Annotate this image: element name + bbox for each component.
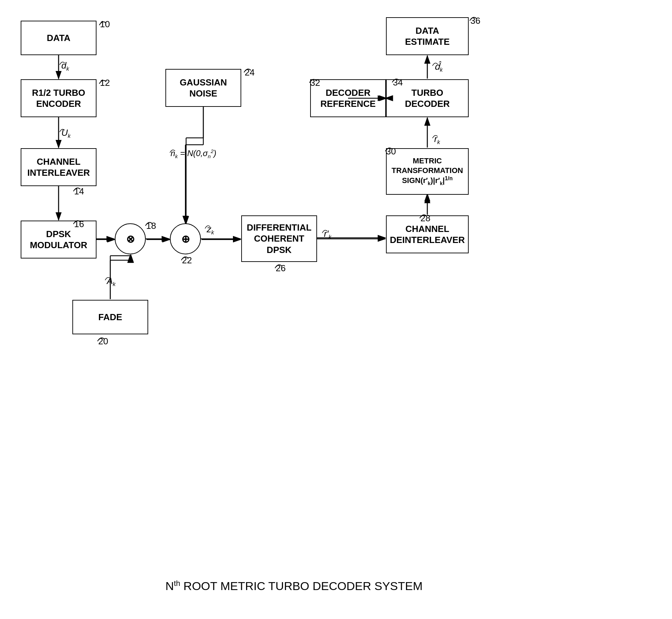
ref-10-curve bbox=[98, 19, 108, 26]
uk-curve bbox=[58, 127, 67, 133]
ak-curve bbox=[103, 275, 112, 281]
data-block: DATA bbox=[21, 21, 96, 55]
dkhat-curve bbox=[431, 61, 439, 67]
data-estimate-block: DATAESTIMATE bbox=[386, 17, 469, 55]
diff-coherent-block: DIFFERENTIALCOHERENTDPSK bbox=[241, 215, 317, 262]
ref-16-curve bbox=[72, 218, 82, 225]
channel-interleaver-block: CHANNELINTERLEAVER bbox=[21, 148, 96, 186]
ref-18-curve bbox=[144, 220, 154, 226]
ref-20-curve bbox=[96, 335, 106, 342]
nk-curve bbox=[168, 148, 177, 154]
zk-curve bbox=[203, 223, 212, 230]
ref-12-curve bbox=[98, 78, 108, 84]
ref-32-curve bbox=[308, 77, 318, 83]
ref-22-curve bbox=[180, 254, 190, 261]
turbo-encoder-block: R1/2 TURBOENCODER bbox=[21, 79, 96, 117]
ref-28-curve bbox=[418, 212, 428, 219]
diagram-container: DATA 10 R1/2 TURBOENCODER 12 CHANNELINTE… bbox=[0, 0, 672, 619]
multiply-circle: ⊗ bbox=[115, 223, 146, 254]
dk-curve bbox=[58, 60, 67, 66]
rk-curve bbox=[431, 133, 439, 139]
rkprime-curve bbox=[320, 228, 329, 234]
label-nk: nk = N(0,σn2) bbox=[171, 148, 216, 159]
ref-26-curve bbox=[273, 262, 284, 269]
metric-transform-block: METRICTRANSFORMATIONSIGN(r′k)|r′k|1/n bbox=[386, 148, 469, 195]
fade-block: FADE bbox=[72, 300, 148, 334]
ref-30-curve bbox=[384, 145, 394, 152]
ref-24-curve bbox=[242, 66, 253, 73]
dpsk-modulator-block: DPSKMODULATOR bbox=[21, 221, 96, 258]
ref-34-curve bbox=[390, 76, 401, 83]
add-circle: ⊕ bbox=[170, 223, 201, 254]
ref-36-curve bbox=[468, 14, 478, 21]
diagram-title: Nth ROOT METRIC TURBO DECODER SYSTEM bbox=[165, 579, 422, 593]
decoder-reference-block: DECODERREFERENCE bbox=[310, 79, 386, 117]
ref-14-curve bbox=[72, 185, 82, 192]
gaussian-noise-block: GAUSSIANNOISE bbox=[165, 69, 241, 107]
